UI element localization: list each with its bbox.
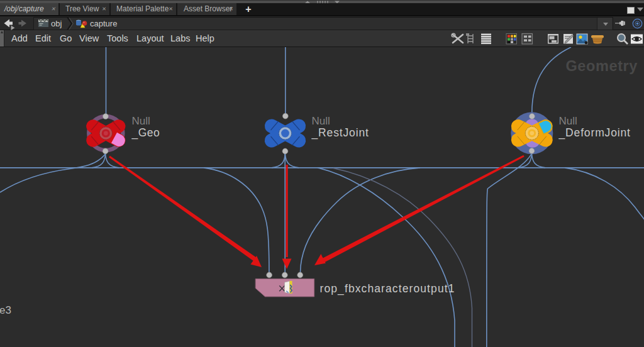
svg-text:Null: Null xyxy=(132,115,150,127)
svg-text:e3: e3 xyxy=(0,304,11,316)
svg-text:_RestJoint: _RestJoint xyxy=(311,126,369,140)
svg-text:Geometry: Geometry xyxy=(565,58,638,74)
svg-text:Null: Null xyxy=(559,115,577,127)
svg-text:rop_fbxcharacteroutput1: rop_fbxcharacteroutput1 xyxy=(320,282,455,295)
svg-text:Null: Null xyxy=(312,115,330,127)
svg-text:_Geo: _Geo xyxy=(131,126,160,140)
svg-text:_DeformJoint: _DeformJoint xyxy=(558,126,631,140)
